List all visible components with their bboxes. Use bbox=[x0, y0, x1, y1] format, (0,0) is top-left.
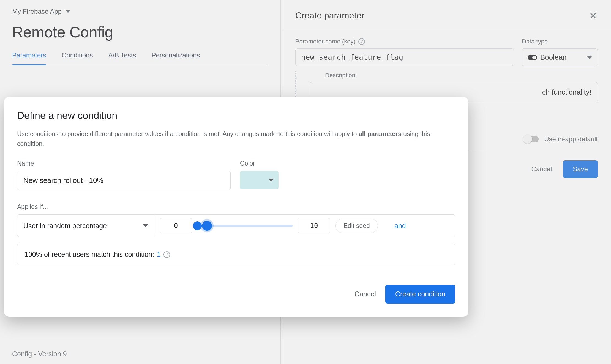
percentage-slider[interactable] bbox=[197, 218, 293, 233]
define-condition-modal: Define a new condition Use conditions to… bbox=[4, 97, 468, 317]
slider-thumb-min[interactable] bbox=[193, 221, 202, 230]
tab-ab-tests[interactable]: A/B Tests bbox=[108, 51, 136, 65]
app-name: My Firebase App bbox=[12, 8, 62, 15]
color-label: Color bbox=[240, 160, 279, 167]
use-default-label: Use in-app default bbox=[544, 135, 598, 143]
close-icon bbox=[588, 11, 598, 20]
data-type-value: Boolean bbox=[540, 53, 584, 62]
applies-if-label: Applies if... bbox=[17, 203, 455, 211]
condition-rule-row: User in random percentage Edit seed and bbox=[17, 214, 455, 237]
caret-down-icon bbox=[143, 224, 148, 227]
tab-parameters[interactable]: Parameters bbox=[12, 51, 46, 65]
caret-down-icon bbox=[66, 10, 70, 13]
help-icon[interactable]: ? bbox=[358, 38, 365, 45]
param-key-label: Parameter name (key) bbox=[295, 38, 356, 45]
match-summary: 100% of recent users match this conditio… bbox=[17, 244, 455, 265]
config-version-label: Config - Version 9 bbox=[12, 350, 67, 358]
tab-bar: Parameters Conditions A/B Tests Personal… bbox=[12, 51, 268, 65]
caret-down-icon bbox=[269, 179, 274, 181]
help-icon[interactable]: ? bbox=[163, 251, 170, 258]
data-type-select[interactable]: Boolean bbox=[522, 48, 598, 66]
color-select[interactable] bbox=[240, 171, 279, 189]
condition-name-input[interactable] bbox=[17, 171, 231, 190]
panel-title: Create parameter bbox=[295, 10, 364, 21]
condition-type-select[interactable]: User in random percentage bbox=[17, 215, 154, 237]
close-button[interactable] bbox=[588, 11, 598, 20]
caret-down-icon bbox=[587, 56, 592, 59]
create-condition-button[interactable]: Create condition bbox=[385, 285, 455, 304]
range-max-input[interactable] bbox=[298, 218, 330, 233]
edit-seed-button[interactable]: Edit seed bbox=[335, 219, 378, 233]
add-and-condition[interactable]: and bbox=[394, 222, 406, 230]
modal-title: Define a new condition bbox=[17, 110, 455, 122]
app-selector[interactable]: My Firebase App bbox=[12, 8, 268, 15]
description-label: Description bbox=[325, 72, 598, 79]
condition-type-value: User in random percentage bbox=[23, 222, 107, 230]
cancel-button[interactable]: Cancel bbox=[531, 165, 552, 173]
data-type-label: Data type bbox=[522, 38, 548, 45]
boolean-toggle-icon bbox=[528, 55, 537, 60]
tab-personalizations[interactable]: Personalizations bbox=[151, 51, 200, 65]
tab-conditions[interactable]: Conditions bbox=[62, 51, 93, 65]
range-min-input[interactable] bbox=[160, 218, 192, 233]
match-text: 100% of recent users match this conditio… bbox=[24, 250, 154, 258]
modal-description: Use conditions to provide different para… bbox=[17, 129, 455, 149]
use-default-toggle[interactable] bbox=[523, 136, 539, 142]
save-button[interactable]: Save bbox=[563, 160, 598, 178]
page-title: Remote Config bbox=[12, 23, 268, 41]
modal-cancel-button[interactable]: Cancel bbox=[354, 290, 376, 298]
match-count: 1 bbox=[157, 250, 161, 258]
param-key-input[interactable] bbox=[295, 48, 514, 66]
name-label: Name bbox=[17, 160, 231, 167]
slider-thumb-max[interactable] bbox=[202, 221, 212, 231]
